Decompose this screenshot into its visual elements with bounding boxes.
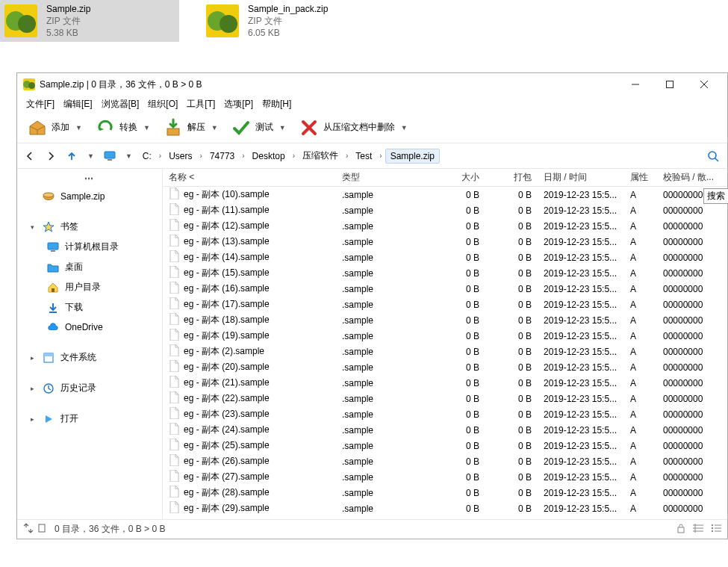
maximize-button[interactable] <box>653 74 687 95</box>
file-icon <box>169 235 179 249</box>
test-button[interactable]: 测试 ▼ <box>225 115 292 140</box>
table-row[interactable]: eg - 副本 (29).sample .sample 0 B 0 B 2019… <box>163 501 727 516</box>
menu-item[interactable]: 文件[F] <box>22 98 59 111</box>
expand-icon[interactable]: ▸ <box>28 354 37 362</box>
updown-icon[interactable] <box>23 523 34 536</box>
minimize-button[interactable] <box>618 74 653 95</box>
chevron-down-icon[interactable]: ▼ <box>211 124 218 131</box>
file-checksum: 00000000 <box>657 331 727 341</box>
table-row[interactable]: eg - 副本 (12).sample .sample 0 B 0 B 2019… <box>163 218 727 234</box>
sidebar-bookmark-item[interactable]: 用户目录 <box>17 277 162 297</box>
sidebar-open[interactable]: ▸ 打开 <box>17 409 162 429</box>
table-row[interactable]: eg - 副本 (27).sample .sample 0 B 0 B 2019… <box>163 469 727 485</box>
table-row[interactable]: eg - 副本 (14).sample .sample 0 B 0 B 2019… <box>163 250 727 265</box>
chevron-down-icon[interactable]: ▼ <box>279 124 286 131</box>
table-row[interactable]: eg - 副本 (19).sample .sample 0 B 0 B 2019… <box>163 328 727 344</box>
col-name[interactable]: 名称 < <box>163 171 336 184</box>
col-checksum[interactable]: 校验码 / 散... <box>657 171 727 184</box>
col-date[interactable]: 日期 / 时间 <box>538 171 624 184</box>
col-pack[interactable]: 打包 <box>485 171 538 184</box>
filter-icon[interactable] <box>37 523 47 536</box>
details-view-icon[interactable] <box>693 524 703 535</box>
table-row[interactable]: eg - 副本 (17).sample .sample 0 B 0 B 2019… <box>163 297 727 312</box>
table-row[interactable]: eg - 副本 (18).sample .sample 0 B 0 B 2019… <box>163 312 727 328</box>
breadcrumb-item[interactable]: Desktop <box>248 149 290 163</box>
breadcrumb-item[interactable]: 74773 <box>205 149 239 163</box>
desktop-file-tile[interactable]: Sample.zip ZIP 文件 5.38 KB <box>0 0 179 42</box>
up-button[interactable] <box>63 148 80 164</box>
chevron-down-icon[interactable]: ▼ <box>143 124 150 131</box>
table-row[interactable]: eg - 副本 (24).sample .sample 0 B 0 B 2019… <box>163 422 727 438</box>
computer-icon[interactable] <box>102 148 118 164</box>
file-icon <box>169 470 179 484</box>
file-list[interactable]: 名称 < 类型 大小 打包 日期 / 时间 属性 校验码 / 散... eg -… <box>163 169 727 519</box>
col-type[interactable]: 类型 <box>336 171 426 184</box>
sidebar-bookmark-item[interactable]: 下载 <box>17 297 162 317</box>
table-row[interactable]: eg - 副本 (15).sample .sample 0 B 0 B 2019… <box>163 265 727 281</box>
breadcrumb-item[interactable]: Users <box>164 149 196 163</box>
close-button[interactable] <box>687 74 721 95</box>
chevron-down-icon[interactable]: ▼ <box>122 152 135 160</box>
menu-item[interactable]: 浏览器[B] <box>97 98 144 111</box>
table-row[interactable]: eg - 副本 (23).sample .sample 0 B 0 B 2019… <box>163 406 727 422</box>
breadcrumb-item[interactable]: 压缩软件 <box>298 148 343 164</box>
extract-button[interactable]: 解压 ▼ <box>158 115 224 140</box>
menu-item[interactable]: 选项[P] <box>220 98 258 111</box>
menu-item[interactable]: 工具[T] <box>182 98 220 111</box>
breadcrumb-item[interactable]: C: <box>138 149 156 163</box>
chevron-down-icon[interactable]: ▼ <box>75 124 82 131</box>
play-icon <box>43 413 55 425</box>
sidebar-filesystem[interactable]: ▸ 文件系统 <box>17 347 162 368</box>
download-icon <box>47 302 59 314</box>
desktop-file-tile[interactable]: Sample_in_pack.zip ZIP 文件 6.05 KB <box>202 0 381 42</box>
menu-item[interactable]: 帮助[H] <box>258 98 296 111</box>
table-row[interactable]: eg - 副本 (10).sample .sample 0 B 0 B 2019… <box>163 187 727 202</box>
file-size: 0 B <box>426 268 485 279</box>
table-row[interactable]: eg - 副本 (13).sample .sample 0 B 0 B 2019… <box>163 234 727 250</box>
table-row[interactable]: eg - 副本 (26).sample .sample 0 B 0 B 2019… <box>163 453 727 469</box>
sidebar-history[interactable]: ▸ 历史记录 <box>17 378 162 398</box>
expand-icon[interactable]: ▸ <box>28 415 37 423</box>
breadcrumb-item[interactable]: Test <box>351 149 376 163</box>
sidebar-bookmarks[interactable]: ▾ 书签 <box>17 217 162 237</box>
list-view-icon[interactable] <box>711 524 721 535</box>
file-date: 2019-12-23 15:5... <box>538 378 624 388</box>
table-row[interactable]: eg - 副本 (22).sample .sample 0 B 0 B 2019… <box>163 391 727 406</box>
chevron-down-icon[interactable]: ▼ <box>84 152 97 160</box>
forward-button[interactable] <box>43 148 59 164</box>
file-date: 2019-12-23 15:5... <box>538 362 624 373</box>
collapse-icon[interactable]: ▾ <box>28 223 37 231</box>
menu-item[interactable]: 编辑[E] <box>59 98 97 111</box>
sidebar-archive[interactable]: Sample.zip <box>17 187 162 206</box>
expand-icon[interactable]: ▸ <box>28 385 37 392</box>
back-button[interactable] <box>22 148 38 164</box>
table-row[interactable]: eg - 副本 (11).sample .sample 0 B 0 B 2019… <box>163 202 727 218</box>
table-row[interactable]: eg - 副本 (20).sample .sample 0 B 0 B 2019… <box>163 359 727 375</box>
chevron-down-icon[interactable]: ▼ <box>401 124 408 131</box>
col-attr[interactable]: 属性 <box>624 171 657 184</box>
sidebar-bookmark-item[interactable]: 桌面 <box>17 257 162 277</box>
search-button[interactable] <box>703 146 723 166</box>
col-size[interactable]: 大小 <box>426 171 485 184</box>
breadcrumb-item[interactable]: Sample.zip <box>385 149 440 164</box>
delete-from-archive-button[interactable]: 从压缩文档中删除 ▼ <box>293 115 414 140</box>
convert-button[interactable]: 转换 ▼ <box>90 115 156 140</box>
file-packed: 0 B <box>485 221 538 232</box>
file-name: eg - 副本 (26).sample <box>184 455 270 468</box>
table-row[interactable]: eg - 副本 (25).sample .sample 0 B 0 B 2019… <box>163 438 727 453</box>
file-type: .sample <box>336 268 426 279</box>
sidebar-bookmark-item[interactable]: OneDrive <box>17 317 162 337</box>
file-name: eg - 副本 (28).sample <box>184 486 270 499</box>
cloud-icon <box>47 321 59 333</box>
sidebar-bookmark-item[interactable]: 计算机根目录 <box>17 237 162 257</box>
add-button[interactable]: 添加 ▼ <box>22 115 88 140</box>
table-row[interactable]: eg - 副本 (16).sample .sample 0 B 0 B 2019… <box>163 281 727 297</box>
lock-icon[interactable] <box>676 523 685 536</box>
menu-item[interactable]: 组织[O] <box>143 98 182 111</box>
file-attr: A <box>624 190 657 200</box>
sidebar-menu-dots[interactable]: ⋯ <box>17 172 162 185</box>
table-row[interactable]: eg - 副本 (21).sample .sample 0 B 0 B 2019… <box>163 375 727 391</box>
table-row[interactable]: eg - 副本 (28).sample .sample 0 B 0 B 2019… <box>163 485 727 501</box>
table-row[interactable]: eg - 副本 (2).sample .sample 0 B 0 B 2019-… <box>163 344 727 359</box>
file-icon <box>169 219 179 233</box>
